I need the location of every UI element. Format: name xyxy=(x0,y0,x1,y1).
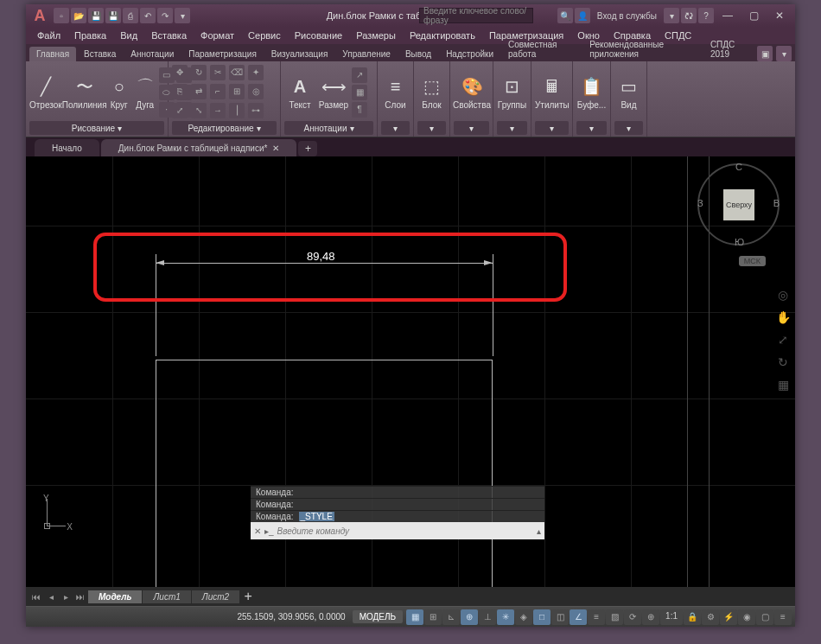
clean-screen[interactable]: ▢ xyxy=(756,609,773,625)
transparency-toggle[interactable]: ▨ xyxy=(606,609,623,625)
ortho-toggle[interactable]: ⊥ xyxy=(479,609,496,625)
move-button[interactable]: ✥ xyxy=(172,65,188,80)
ribbon-tab-home[interactable]: Главная xyxy=(29,47,76,61)
ribbon-tab-output[interactable]: Вывод xyxy=(398,47,438,61)
table-button[interactable]: ▦ xyxy=(352,85,367,100)
ribbon-tab-manage[interactable]: Управление xyxy=(335,47,398,61)
panel-utils-expand[interactable]: ▾ xyxy=(535,121,569,135)
offset-button[interactable]: ◎ xyxy=(248,84,264,99)
anno-scale[interactable]: 1:1 xyxy=(660,609,683,625)
properties-button[interactable]: 🎨Свойства xyxy=(454,67,490,118)
qat-redo-icon[interactable]: ↷ xyxy=(157,8,173,23)
menu-edit[interactable]: Правка xyxy=(68,29,112,42)
panel-groups-expand[interactable]: ▾ xyxy=(497,121,527,135)
viewcube-top[interactable]: Сверху xyxy=(723,189,754,220)
mtext-button[interactable]: ¶ xyxy=(352,102,367,118)
command-input[interactable] xyxy=(277,526,533,536)
menu-dimension[interactable]: Размеры xyxy=(350,29,402,42)
close-tab-icon[interactable]: ✕ xyxy=(272,143,279,153)
qat-more-icon[interactable]: ▾ xyxy=(175,8,190,23)
cmd-recent-icon[interactable]: ▴ xyxy=(537,526,541,536)
ribbon-tab-parametric[interactable]: Параметризация xyxy=(181,47,264,61)
annomonitor-toggle[interactable]: ⊕ xyxy=(642,609,659,625)
steering-wheel-icon[interactable]: ◎ xyxy=(774,286,792,303)
viewcube-south[interactable]: Ю xyxy=(735,237,744,247)
layout-tab-sheet2[interactable]: Лист2 xyxy=(192,590,239,603)
rotate-button[interactable]: ↻ xyxy=(191,65,207,80)
scale-button[interactable]: ⤡ xyxy=(191,103,207,118)
menu-draw[interactable]: Рисование xyxy=(289,29,348,42)
panel-modify-title[interactable]: Редактирование▾ xyxy=(172,121,277,135)
qat-plot-icon[interactable]: ⎙ xyxy=(123,8,138,23)
dim-line[interactable] xyxy=(156,263,493,264)
panel-draw-title[interactable]: Рисование▾ xyxy=(29,121,164,135)
menu-insert[interactable]: Вставка xyxy=(145,29,193,42)
polar-toggle[interactable]: ✳ xyxy=(497,609,514,625)
cycling-toggle[interactable]: ⟳ xyxy=(624,609,641,625)
ribbon-expand-icon[interactable]: ▣ xyxy=(757,46,773,61)
view-button[interactable]: ▭Вид xyxy=(614,67,643,118)
exchange-icon[interactable]: 🗘 xyxy=(681,8,697,23)
ribbon-tab-featured[interactable]: Рекомендованные приложения xyxy=(582,37,703,61)
qat-new-icon[interactable]: ▫ xyxy=(54,8,69,23)
erase-button[interactable]: ⌫ xyxy=(229,65,245,80)
dimension-button[interactable]: ⟷Размер xyxy=(317,67,350,118)
3dosnap-toggle[interactable]: ◫ xyxy=(551,609,569,625)
layout-nav-last[interactable]: ⏭ xyxy=(73,590,87,603)
user-icon[interactable]: 👤 xyxy=(575,8,590,23)
app-logo[interactable]: A xyxy=(29,5,50,26)
array-button[interactable]: ⊞ xyxy=(229,84,245,99)
mirror-button[interactable]: ⇄ xyxy=(191,84,207,99)
cmd-close-icon[interactable]: ✕ xyxy=(254,526,261,536)
iso-toggle[interactable]: ◈ xyxy=(515,609,532,625)
cart-icon[interactable]: ▾ xyxy=(664,8,679,23)
drawing-canvas[interactable]: 89,48 Y X Сверху С Ю В З МСК ◎ ✋ ⤢ ↻ ▦ xyxy=(26,156,795,587)
block-button[interactable]: ⬚Блок xyxy=(417,67,446,118)
menu-view[interactable]: Вид xyxy=(114,29,143,42)
close-button[interactable]: ✕ xyxy=(767,7,792,24)
ribbon-tab-collab[interactable]: Совместная работа xyxy=(501,37,582,61)
ribbon-tab-annotate[interactable]: Аннотации xyxy=(124,47,181,61)
search-input[interactable]: Введите ключевое слово/фразу xyxy=(419,8,533,23)
hardware-accel[interactable]: ⚡ xyxy=(720,609,737,625)
layout-tab-model[interactable]: Модель xyxy=(88,590,142,603)
layout-add-button[interactable]: + xyxy=(240,590,256,603)
sign-in-link[interactable]: Вход в службы xyxy=(592,11,662,21)
workspace-switch[interactable]: ⚙ xyxy=(702,609,719,625)
coordinates-display[interactable]: 255.1509, 309.9056, 0.0000 xyxy=(231,612,353,622)
lineweight-toggle[interactable]: ≡ xyxy=(588,609,605,625)
arc-button[interactable]: ⌒Дуга xyxy=(133,67,157,118)
panel-layers-expand[interactable]: ▾ xyxy=(381,121,410,135)
menu-service[interactable]: Сервис xyxy=(242,29,287,42)
zoom-extents-icon[interactable]: ⤢ xyxy=(774,331,792,348)
isolate-toggle[interactable]: ◉ xyxy=(738,609,755,625)
menu-modify[interactable]: Редактировать xyxy=(404,29,481,42)
clipboard-button[interactable]: 📋Буфе... xyxy=(576,67,607,118)
menu-format[interactable]: Формат xyxy=(194,29,240,42)
ribbon-minimize-icon[interactable]: ▾ xyxy=(776,46,792,61)
layout-nav-next[interactable]: ▸ xyxy=(59,590,73,603)
fillet-button[interactable]: ⌐ xyxy=(210,84,226,99)
showmotion-icon[interactable]: ▦ xyxy=(774,376,792,393)
trim-button[interactable]: ✂ xyxy=(210,65,226,80)
command-window[interactable]: Команда: Команда: Команда: _STYLE ✕ ▸_ ▴ xyxy=(251,486,544,539)
line-button[interactable]: ╱Отрезок xyxy=(29,67,62,118)
viewcube[interactable]: Сверху С Ю В З xyxy=(697,163,780,245)
layout-tab-sheet1[interactable]: Лист1 xyxy=(143,590,190,603)
tab-start[interactable]: Начало xyxy=(35,139,99,156)
join-button[interactable]: ⊶ xyxy=(248,103,264,118)
utilities-button[interactable]: 🖩Утилиты xyxy=(535,67,570,118)
pan-icon[interactable]: ✋ xyxy=(774,309,792,326)
qat-open-icon[interactable]: 📂 xyxy=(71,8,86,23)
osnap-toggle[interactable]: □ xyxy=(533,609,551,625)
stretch-button[interactable]: ⤢ xyxy=(172,103,188,118)
panel-block-expand[interactable]: ▾ xyxy=(417,121,446,135)
circle-button[interactable]: ○Круг xyxy=(107,67,131,118)
panel-annot-title[interactable]: Аннотации▾ xyxy=(284,121,373,135)
qat-saveas-icon[interactable]: 💾 xyxy=(105,8,121,23)
layers-button[interactable]: ≡Слои xyxy=(381,67,410,118)
panel-props-expand[interactable]: ▾ xyxy=(454,121,489,135)
dimension-value[interactable]: 89,48 xyxy=(307,250,335,263)
qat-save-icon[interactable]: 💾 xyxy=(88,8,104,23)
ribbon-tab-addins[interactable]: Надстройки xyxy=(439,47,500,61)
